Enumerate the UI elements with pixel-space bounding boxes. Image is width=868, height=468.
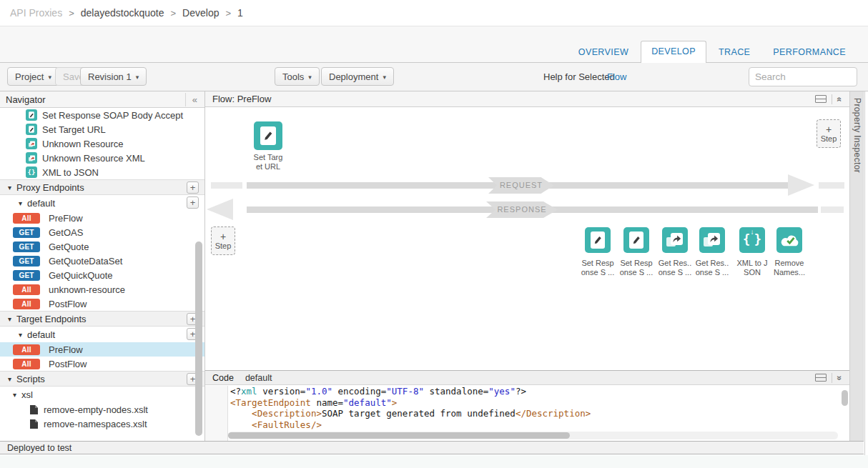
- proxy-endpoint-default[interactable]: ▾ default +: [0, 195, 204, 211]
- step-set-response-2[interactable]: [623, 227, 649, 253]
- step-xml-to-json[interactable]: { ↓ }: [739, 227, 765, 253]
- flow-row-unknown-resource[interactable]: All unknown-resource: [0, 282, 204, 297]
- code-line-source: <TargetEndpoint name="default">: [227, 397, 397, 409]
- collapse-down-icon[interactable]: »: [835, 375, 845, 380]
- flow-row-postflow[interactable]: All PostFlow: [0, 297, 204, 311]
- project-menu-button[interactable]: Project ▾: [7, 67, 59, 86]
- policy-item-label: Unknown Resource XML: [42, 153, 145, 164]
- revision-menu-button[interactable]: Revision 1 ▾: [80, 67, 147, 86]
- breadcrumb-root-link[interactable]: API Proxies: [10, 7, 62, 19]
- chevron-down-icon: ▾: [48, 74, 51, 81]
- caret-down-icon[interactable]: ▾: [19, 331, 22, 339]
- step-set-response-1[interactable]: [585, 227, 611, 253]
- collapse-up-icon[interactable]: «: [835, 96, 845, 101]
- deployment-menu-button[interactable]: Deployment ▾: [321, 67, 394, 86]
- flow-row-getquotedataset[interactable]: GET GetQuoteDataSet: [0, 254, 204, 268]
- breadcrumb-proxy-name[interactable]: delayedstockquote: [81, 7, 164, 19]
- code-line-3: 3 <Description>SOAP target generated fro…: [205, 408, 849, 419]
- flow-row-getoas[interactable]: GET GetOAS: [0, 225, 204, 239]
- property-inspector-strip[interactable]: Property Inspector: [849, 91, 864, 441]
- step-remove-namespaces[interactable]: [776, 227, 802, 253]
- breadcrumb-develop[interactable]: Develop: [182, 7, 219, 19]
- section-proxy-endpoints[interactable]: ▾ Proxy Endpoints +: [0, 179, 204, 195]
- flow-row-target-postflow[interactable]: All PostFlow: [0, 357, 204, 371]
- section-label: Scripts: [16, 374, 45, 384]
- scripts-group-xsl[interactable]: ▾ xsl: [0, 387, 204, 402]
- code-panel: Code default » 1 <?xml version="1.0" enc…: [205, 370, 849, 441]
- method-badge-all: All: [13, 344, 40, 355]
- section-target-endpoints[interactable]: ▾ Target Endpoints +: [0, 311, 204, 327]
- tab-bar: OVERVIEW DEVELOP TRACE PERFORMANCE: [566, 41, 857, 63]
- braces-glyph: {}: [28, 169, 36, 176]
- step-set-target-url[interactable]: [254, 121, 282, 150]
- step-label-line1: Remove: [761, 259, 818, 268]
- flow-row-getquote[interactable]: GET GetQuote: [0, 239, 204, 254]
- step-label: Remove Names...: [761, 259, 818, 277]
- code-horizontal-scrollbar[interactable]: [228, 432, 838, 439]
- caret-down-icon[interactable]: ▾: [13, 391, 16, 399]
- code-vertical-scrollbar[interactable]: [842, 390, 848, 406]
- status-bar: Deployed to test: [0, 441, 864, 454]
- caret-down-icon[interactable]: ▾: [19, 199, 22, 207]
- add-proxy-endpoint-button[interactable]: +: [187, 181, 199, 194]
- split-panel-icon[interactable]: [815, 374, 827, 382]
- script-file-remove-namespaces[interactable]: remove-namespaces.xslt: [0, 417, 204, 431]
- resource-icon: [26, 138, 37, 149]
- method-badge-get: GET: [13, 270, 40, 281]
- tab-trace[interactable]: TRACE: [708, 41, 761, 63]
- policy-item-label: Set Target URL: [42, 124, 106, 135]
- collapse-panel-icon[interactable]: «: [185, 93, 199, 106]
- breadcrumb-revision[interactable]: 1: [237, 7, 243, 19]
- flow-row-preflow[interactable]: All PreFlow: [0, 211, 204, 225]
- flow-row-target-preflow-selected[interactable]: All PreFlow: [0, 342, 204, 357]
- section-scripts[interactable]: ▾ Scripts +: [0, 371, 204, 387]
- split-panel-icon[interactable]: [815, 95, 827, 103]
- policy-item-unknown-resource[interactable]: Unknown Resource: [0, 136, 204, 151]
- flow-canvas[interactable]: Set Targ et URL + Step REQUEST RESPONSE …: [205, 108, 849, 370]
- policy-item-label: Set Response SOAP Body Accept: [42, 110, 183, 121]
- brace-close-glyph: }: [754, 232, 761, 247]
- add-step-request-button[interactable]: + Step: [817, 119, 841, 148]
- search-input[interactable]: [749, 67, 857, 86]
- pencil-icon: [629, 231, 643, 249]
- property-inspector-label: Property Inspector: [852, 91, 862, 173]
- chevron-down-icon: ▾: [383, 74, 386, 81]
- policy-item-unknown-resource-xml[interactable]: Unknown Resource XML: [0, 151, 204, 165]
- resource-icon: [26, 152, 37, 164]
- flow-label: GetQuote: [49, 242, 89, 252]
- code-line-source: <FaultRules/>: [227, 419, 322, 431]
- step-get-response-1[interactable]: [662, 227, 688, 253]
- divider: [832, 373, 832, 383]
- navigator-scrollbar[interactable]: [195, 242, 202, 436]
- tools-menu-button[interactable]: Tools ▾: [275, 67, 320, 86]
- caret-down-icon[interactable]: ▾: [8, 184, 11, 191]
- policy-item-set-response-soap-body-accept[interactable]: Set Response SOAP Body Accept: [0, 108, 204, 122]
- code-line-2: 2 ▾ <TargetEndpoint name="default">: [205, 397, 849, 409]
- policy-item-xml-to-json[interactable]: {} XML to JSON: [0, 165, 204, 179]
- flow-label: PreFlow: [49, 344, 83, 355]
- subsection-label: default: [27, 198, 55, 209]
- flow-panel-header: Flow: PreFlow «: [205, 91, 849, 107]
- tab-develop[interactable]: DEVELOP: [641, 41, 706, 63]
- method-badge-get: GET: [13, 227, 40, 238]
- flow-label: GetOAS: [49, 227, 83, 238]
- pencil-icon: [26, 109, 37, 121]
- flow-row-getquickquote[interactable]: GET GetQuickQuote: [0, 268, 204, 282]
- help-flow-link[interactable]: Flow: [607, 71, 626, 82]
- navigator-header: Navigator «: [0, 91, 204, 108]
- tab-performance[interactable]: PERFORMANCE: [762, 41, 857, 63]
- add-step-response-button[interactable]: + Step: [211, 226, 235, 255]
- caret-down-icon[interactable]: ▾: [8, 315, 11, 323]
- step-label: Set Targ et URL: [240, 153, 297, 171]
- policy-item-set-target-url[interactable]: Set Target URL: [0, 122, 204, 136]
- script-file-remove-empty-nodes[interactable]: remove-empty-nodes.xslt: [0, 402, 204, 417]
- target-endpoint-default[interactable]: ▾ default +: [0, 327, 204, 342]
- forward-icon: [671, 233, 683, 245]
- caret-down-icon[interactable]: ▾: [8, 375, 11, 383]
- scrollbar-thumb[interactable]: [228, 432, 570, 439]
- code-editor[interactable]: 1 <?xml version="1.0" encoding="UTF-8" s…: [205, 386, 849, 441]
- tab-overview[interactable]: OVERVIEW: [568, 41, 639, 63]
- add-flow-button[interactable]: +: [187, 196, 199, 209]
- step-get-response-2[interactable]: [699, 227, 725, 253]
- code-tab-default[interactable]: default: [245, 373, 272, 383]
